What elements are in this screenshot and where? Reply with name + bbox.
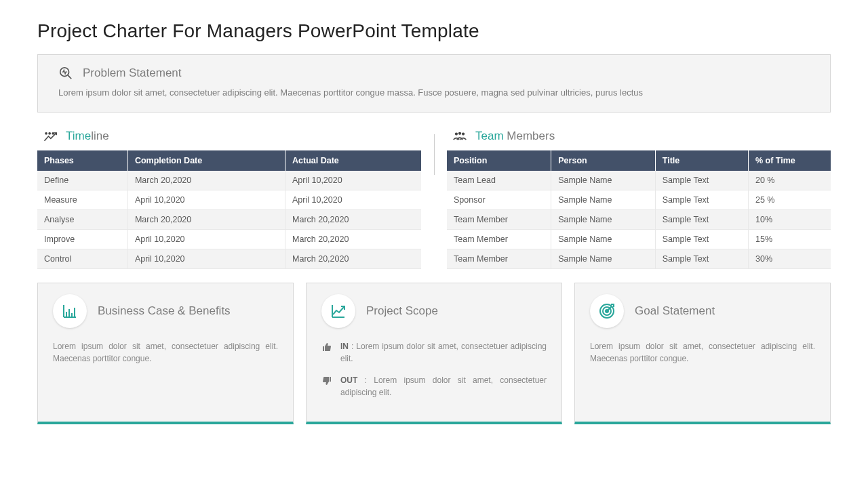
table-header: Position — [447, 150, 551, 171]
magnifier-pulse-icon — [58, 66, 73, 81]
svg-point-2 — [45, 131, 47, 134]
table-row: MeasureApril 10,2020April 10,2020 — [37, 190, 421, 209]
scope-in-row: IN : Lorem ipsum dolor sit amet, consect… — [321, 340, 547, 365]
team-table: PositionPersonTitle% of Time Team LeadSa… — [447, 150, 831, 269]
timeline-table: PhasesCompletion DateActual Date DefineM… — [37, 150, 421, 269]
table-row: DefineMarch 20,2020April 10,2020 — [37, 171, 421, 190]
goal-title: Goal Statement — [635, 304, 715, 318]
scope-out-row: OUT : Lorem ipsum dolor sit amet, consec… — [321, 374, 547, 399]
table-row: AnalyseMarch 20,2020March 20,2020 — [37, 209, 421, 229]
team-icon — [452, 129, 467, 144]
svg-point-7 — [462, 132, 465, 135]
svg-point-5 — [455, 132, 458, 135]
problem-heading: Problem Statement — [83, 66, 182, 80]
problem-body: Lorem ipsum dolor sit amet, consectetuer… — [58, 86, 810, 100]
timeline-section: Timeline PhasesCompletion DateActual Dat… — [37, 129, 421, 269]
svg-point-3 — [48, 131, 51, 134]
table-row: Team LeadSample NameSample Text20 % — [447, 171, 831, 190]
table-row: ControlApril 10,2020March 20,2020 — [37, 249, 421, 268]
table-header: Actual Date — [285, 150, 421, 171]
timeline-title: Timeline — [66, 129, 109, 143]
table-row: Team MemberSample NameSample Text30% — [447, 249, 831, 268]
scope-title: Project Scope — [366, 304, 438, 318]
thumbs-down-icon — [321, 375, 334, 399]
table-header: Title — [655, 150, 748, 171]
goal-card: Goal Statement Lorem ipsum dolor sit ame… — [574, 283, 831, 424]
team-title: Team Members — [475, 129, 555, 143]
svg-point-4 — [52, 131, 54, 134]
table-header: Phases — [37, 150, 127, 171]
business-body: Lorem ipsum dolor sit amet, consectetuer… — [53, 340, 278, 365]
table-row: Team MemberSample NameSample Text10% — [447, 209, 831, 229]
target-icon — [590, 294, 624, 328]
table-header: Completion Date — [127, 150, 285, 171]
bar-chart-icon — [53, 294, 87, 328]
team-section: Team Members PositionPersonTitle% of Tim… — [447, 129, 831, 269]
table-row: Team MemberSample NameSample Text15% — [447, 229, 831, 249]
business-title: Business Case & Benefits — [98, 304, 231, 318]
table-row: ImproveApril 10,2020March 20,2020 — [37, 229, 421, 249]
people-arrow-icon — [43, 129, 58, 144]
table-header: Person — [551, 150, 656, 171]
thumbs-up-icon — [321, 342, 334, 365]
business-card: Business Case & Benefits Lorem ipsum dol… — [37, 283, 294, 424]
goal-body: Lorem ipsum dolor sit amet, consectetuer… — [590, 340, 815, 365]
scope-card: Project Scope IN : Lorem ipsum dolor sit… — [306, 283, 562, 424]
svg-line-1 — [68, 75, 71, 79]
table-row: SponsorSample NameSample Text25 % — [447, 190, 831, 209]
table-header: % of Time — [748, 150, 831, 171]
svg-point-6 — [458, 131, 461, 134]
page-title: Project Charter For Managers PowerPoint … — [37, 20, 831, 42]
line-chart-icon — [321, 294, 355, 328]
problem-statement-panel: Problem Statement Lorem ipsum dolor sit … — [37, 54, 831, 113]
